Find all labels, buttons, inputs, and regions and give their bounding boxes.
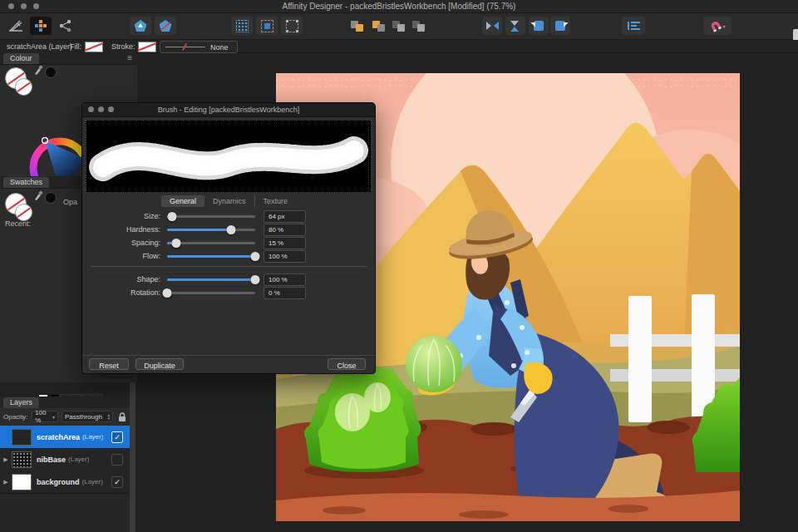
layer-row-background[interactable]: ▶background(Layer)✓ [0,470,130,494]
swatches-opacity-label: Opa [63,198,77,206]
layer-thumbnail [12,474,32,490]
toolbar-overflow-icon[interactable] [793,29,798,41]
arrange-forward-glyph [351,21,363,32]
flip-vertical-icon[interactable] [505,17,525,35]
pixel-persona-icon[interactable] [30,17,52,35]
pentagon-no-fill-icon[interactable] [155,17,176,35]
dialog-divider [91,266,367,267]
slider-label: Size: [82,212,160,220]
stroke-colour-well[interactable] [15,78,32,96]
tab-swatches[interactable]: Swatches [3,177,49,188]
snapping-icon[interactable]: ▾ [703,17,732,35]
slider-track[interactable] [167,215,255,218]
vector-persona-icon[interactable] [5,17,27,35]
rotate-ccw-icon[interactable] [529,17,549,35]
slider-row-size: Size:64 px [82,209,375,223]
selection-label: scratchArea (Layer) [7,42,72,51]
lock-icon[interactable] [118,412,126,422]
stroke-swatch[interactable] [138,42,156,52]
slider-knob[interactable] [227,225,236,234]
close-button-dialog[interactable]: Close [328,358,366,370]
dialog-titlebar[interactable]: Brush - Editing [packedBristlesWorkbench… [82,103,375,117]
fill-label: Fill: [70,42,81,51]
flip-horizontal-icon[interactable] [482,17,502,35]
secondary-colour-dot[interactable] [45,66,57,78]
move-to-back-icon[interactable] [409,17,427,35]
layer-thumbnail [12,451,32,468]
reset-button[interactable]: Reset [89,358,129,370]
export-persona-icon[interactable] [55,17,76,35]
swatches-eyedropper-icon[interactable] [33,190,43,201]
layer-expander-icon[interactable]: ▶ [0,479,12,485]
slider-knob[interactable] [171,239,180,248]
brush-dialog-tabs: GeneralDynamicsTexture [82,195,375,208]
slider-row-spacing: Spacing:15 % [82,236,375,249]
stroke-style-control[interactable]: None [160,41,238,53]
slider-knob[interactable] [168,212,177,221]
rotate-left-glyph [534,21,544,31]
rotate-cw-icon[interactable] [550,17,570,35]
affinity-designer-window: Affinity Designer - packedBristlesWorkbe… [0,0,798,532]
tab-texture[interactable]: Texture [254,195,297,207]
context-toolbar: scratchArea (Layer) Fill: Stroke: None [0,40,798,53]
pixel-selection-grid-icon[interactable] [231,17,253,35]
slider-value-field[interactable]: 64 px [264,210,306,223]
slider-label: Rotation: [82,288,160,297]
blend-mode-dropdown[interactable]: Passthrough ▴▾ [62,411,113,422]
magnet-glyph [707,17,725,35]
swatches-secondary-dot[interactable] [45,192,57,204]
move-forward-icon[interactable] [347,17,366,35]
window-title: Affinity Designer - packedBristlesWorkbe… [0,2,798,11]
layer-expander-icon[interactable]: ▶ [0,456,12,463]
slider-value-field[interactable]: 80 % [264,224,306,236]
eyedropper-icon[interactable] [33,64,43,76]
slider-value-field[interactable]: 15 % [264,237,306,249]
pixel-selection-fill-icon[interactable] [256,17,278,35]
panel-menu-icon[interactable]: ≡ [127,53,132,62]
slider-knob[interactable] [163,288,172,298]
place-image-icon[interactable] [130,17,151,35]
recent-label: Recent: [5,219,31,228]
slider-value-field[interactable]: 100 % [264,250,306,263]
slider-track[interactable] [167,229,255,231]
slider-knob[interactable] [251,275,260,284]
slider-value-field[interactable]: 100 % [264,273,306,286]
layer-visibility-checkbox[interactable]: ✓ [111,476,123,488]
transform-selection-icon[interactable] [281,17,303,35]
blend-caret-icon: ▴▾ [107,413,110,420]
layer-row-scratchArea[interactable]: scratchArea(Layer)✓ [0,426,130,449]
slider-row-flow: Flow:100 % [82,249,375,263]
slider-row-shape: Shape:100 % [82,273,375,286]
layer-visibility-checkbox[interactable]: ✓ [111,431,123,443]
layer-name: nibBase [37,456,66,464]
slider-knob[interactable] [251,252,260,261]
layers-opacity-dropdown[interactable]: 100 % ▾ [32,411,58,422]
fill-swatch[interactable] [85,42,103,52]
slider-track[interactable] [167,242,255,244]
swatches-stroke-well[interactable] [15,204,32,221]
tab-dynamics[interactable]: Dynamics [204,195,254,207]
tab-colour[interactable]: Colour [3,53,39,64]
duplicate-button[interactable]: Duplicate [135,358,184,370]
layers-opacity-label: Opacity: [3,413,27,421]
arrange-back-glyph [412,21,425,32]
opacity-caret-icon: ▾ [52,414,55,420]
slider-track[interactable] [167,292,255,294]
arrange-front-glyph [392,21,405,32]
layer-type-suffix: (Layer) [82,433,103,441]
slider-value-field[interactable]: 0 % [264,287,306,299]
layers-controls: Opacity: 100 % ▾ Passthrough ▴▾ [0,408,130,426]
brush-editing-dialog: Brush - Editing [packedBristlesWorkbench… [81,102,376,374]
layer-row-nibBase[interactable]: ▶nibBase(Layer) [0,448,130,471]
tab-layers[interactable]: Layers [3,397,39,408]
layer-visibility-checkbox[interactable] [111,454,123,466]
alignment-icon[interactable] [622,17,645,35]
move-to-front-icon[interactable] [389,17,407,35]
slider-track[interactable] [167,278,255,281]
panel-resize-gutter[interactable] [130,382,135,532]
slider-track[interactable] [167,255,255,258]
move-backward-icon[interactable] [369,17,387,35]
slider-fill [167,278,255,281]
tab-general[interactable]: General [161,195,204,207]
layer-type-suffix: (Layer) [68,456,89,463]
